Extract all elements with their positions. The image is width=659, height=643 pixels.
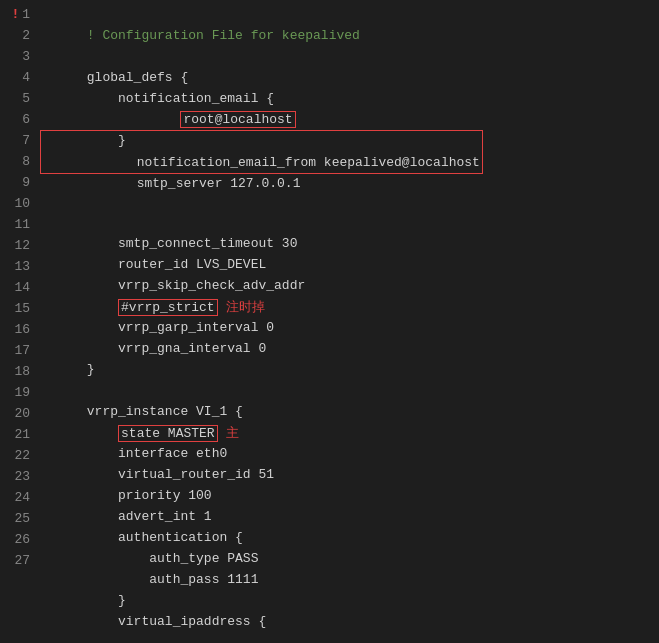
line-num-2: 2 xyxy=(6,25,30,46)
code-line-1: ! Configuration File for keepalived xyxy=(40,4,655,25)
code-line-19: interface eth0 xyxy=(40,422,655,443)
line-num-10: 10 xyxy=(6,193,30,214)
code-line-9: smtp_connect_timeout 30 xyxy=(40,212,655,233)
code-line-5: root@localhost xyxy=(40,88,655,109)
line-num-12: 12 xyxy=(6,235,30,256)
line-num-26: 26 xyxy=(6,529,30,550)
code-line-6: } xyxy=(40,109,655,130)
code-line-8: smtp_server 127.0.0.1 xyxy=(41,152,482,173)
line-num-20: 20 xyxy=(6,403,30,424)
code-line-16 xyxy=(40,359,655,380)
code-line-3: global_defs { xyxy=(40,46,655,67)
code-line-14: vrrp_gna_interval 0 xyxy=(40,317,655,338)
line-num-16: 16 xyxy=(6,319,30,340)
code-line-25: auth_pass 1111 xyxy=(40,548,655,569)
line-num-22: 22 xyxy=(6,445,30,466)
code-line-21: priority 100 xyxy=(40,464,655,485)
code-line-26: } xyxy=(40,569,655,590)
line-num-25: 25 xyxy=(6,508,30,529)
line-num-18: 18 xyxy=(6,361,30,382)
line-num-14: 14 xyxy=(6,277,30,298)
line-num-19: 19 xyxy=(6,382,30,403)
code-line-4: notification_email { xyxy=(40,67,655,88)
line-num-5: 5 xyxy=(6,88,30,109)
multi-line-box: notification_email_from keepalived@local… xyxy=(40,130,483,174)
code-content: ! Configuration File for keepalived glob… xyxy=(36,4,659,639)
line-num-4: 4 xyxy=(6,67,30,88)
code-line-17: vrrp_instance VI_1 { xyxy=(40,380,655,401)
line-num-17: 17 xyxy=(6,340,30,361)
line-num-11: 11 xyxy=(6,214,30,235)
line-num-24: 24 xyxy=(6,487,30,508)
line-num-1: ! 1 xyxy=(6,4,30,25)
line-8-text: smtp_server 127.0.0.1 xyxy=(105,176,300,191)
code-line-2 xyxy=(40,25,655,46)
line-num-21: 21 xyxy=(6,424,30,445)
line-num-15: 15 xyxy=(6,298,30,319)
line-27-text: virtual_ipaddress { xyxy=(87,614,266,629)
line-num-27: 27 xyxy=(6,550,30,571)
line-num-9: 9 xyxy=(6,172,30,193)
code-line-22: advert_int 1 xyxy=(40,485,655,506)
code-line-10: router_id LVS_DEVEL xyxy=(40,233,655,254)
line-num-3: 3 xyxy=(6,46,30,67)
code-line-15: } xyxy=(40,338,655,359)
code-line-12: #vrrp_strict注时掉 xyxy=(40,275,655,296)
line-num-23: 23 xyxy=(6,466,30,487)
code-line-18: state MASTER主 xyxy=(40,401,655,422)
code-line-11: vrrp_skip_check_adv_addr xyxy=(40,254,655,275)
code-line-20: virtual_router_id 51 xyxy=(40,443,655,464)
line-num-8: 8 xyxy=(6,151,30,172)
warning-icon: ! xyxy=(11,4,19,25)
code-line-23: authentication { xyxy=(40,506,655,527)
code-line-13: vrrp_garp_interval 0 xyxy=(40,296,655,317)
code-line-24: auth_type PASS xyxy=(40,527,655,548)
line-numbers: ! 1 2 3 4 5 6 7 8 9 10 11 12 13 14 15 16… xyxy=(0,4,36,639)
line-num-6: 6 xyxy=(6,109,30,130)
code-line-27: virtual_ipaddress { xyxy=(40,590,655,611)
line-num-13: 13 xyxy=(6,256,30,277)
code-editor: ! 1 2 3 4 5 6 7 8 9 10 11 12 13 14 15 16… xyxy=(0,0,659,643)
line-num-7: 7 xyxy=(6,130,30,151)
code-line-7: notification_email_from keepalived@local… xyxy=(41,131,482,152)
